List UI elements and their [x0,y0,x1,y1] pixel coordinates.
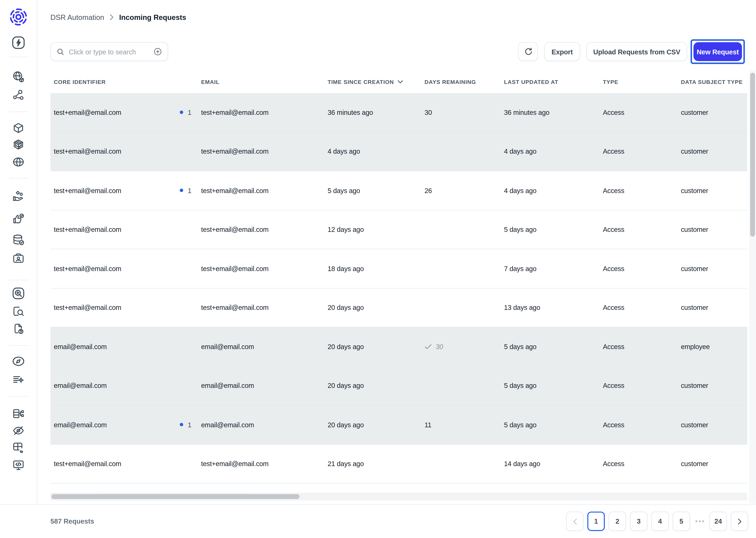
column-header-days-remaining[interactable]: DAYS REMAINING [421,79,501,85]
cell-email: email@email.com [198,327,324,366]
sort-descending-icon [397,80,403,84]
unread-badge: 1 [180,187,191,194]
sidebar-divider [9,396,28,397]
page-button-3[interactable]: 3 [630,511,647,531]
table-body: test+email@email.com 1 test+email@email.… [50,93,747,484]
footer: 587 Requests 1 2 3 4 5 24 [0,504,756,538]
cell-days-remaining [421,445,501,483]
table-row[interactable]: test+email@email.com test+email@email.co… [50,445,747,483]
upload-requests-button[interactable]: Upload Requests from CSV [586,42,687,61]
page-button-2[interactable]: 2 [609,511,626,531]
sidebar [0,0,37,504]
cell-type: Access [599,366,678,405]
add-filter-icon[interactable] [154,47,162,56]
unread-dot-icon [180,111,183,114]
cube-icon[interactable] [12,122,25,134]
monitor-code-icon[interactable] [12,459,25,471]
rubik-cube-icon[interactable] [12,138,25,151]
cell-email: test+email@email.com [198,93,324,132]
cell-days-remaining [421,288,501,327]
previous-page-button[interactable] [566,511,584,531]
cell-last-updated-at: 5 days ago [501,327,599,366]
cell-time-since-creation: 20 days ago [324,327,421,366]
cell-core-identifier: test+email@email.com 1 [50,171,198,210]
cell-type: Access [599,171,678,210]
column-header-type[interactable]: TYPE [599,79,678,85]
cell-last-updated-at: 7 days ago [501,249,599,288]
horizontal-scrollbar-thumb[interactable] [51,494,300,499]
cell-time-since-creation: 12 days ago [324,210,421,249]
vertical-scrollbar-thumb[interactable] [750,73,755,237]
refresh-button[interactable] [518,42,538,61]
document-magnifier-icon[interactable] [12,305,25,318]
cell-core-identifier: email@email.com [50,366,198,405]
hand-offering-icon[interactable] [12,189,25,202]
cell-core-identifier: test+email@email.com 1 [50,93,198,132]
cell-data-subject-type: customer [678,171,747,210]
unread-count: 1 [188,421,192,428]
column-header-core-identifier[interactable]: CORE IDENTIFIER [50,79,198,85]
table-row[interactable]: test+email@email.com test+email@email.co… [50,249,747,288]
toolbar: Export Upload Requests from CSV New Requ… [518,42,742,61]
table-row[interactable]: email@email.com 1 email@email.com 20 day… [50,405,747,445]
main-content: DSR Automation Incoming Requests Click o… [37,0,756,504]
logo-icon[interactable] [9,7,28,27]
breadcrumb-section[interactable]: DSR Automation [50,13,104,21]
cell-last-updated-at: 5 days ago [501,366,599,405]
globe-cube-icon[interactable] [12,70,25,83]
network-nodes-icon[interactable] [12,89,25,101]
unread-badge: 1 [180,421,191,428]
cell-days-remaining [421,366,501,405]
table-row[interactable]: test+email@email.com test+email@email.co… [50,132,747,171]
database-check-icon[interactable] [12,234,25,246]
cell-time-since-creation: 20 days ago [324,288,421,327]
compass-icon[interactable] [12,354,25,368]
cell-last-updated-at: 36 minutes ago [501,93,599,132]
cell-data-subject-type: customer [678,288,747,327]
column-header-email[interactable]: EMAIL [198,79,324,85]
next-page-button[interactable] [731,511,748,531]
eye-slash-icon[interactable] [12,424,25,437]
total-requests-count: 587 Requests [50,517,94,525]
vertical-scrollbar[interactable] [749,70,756,504]
cell-core-identifier: test+email@email.com [50,288,198,327]
chevron-left-icon [573,518,577,524]
list-sparkle-icon[interactable] [12,373,25,386]
table-row[interactable]: test+email@email.com 1 test+email@email.… [50,171,747,210]
document-question-icon[interactable] [12,322,25,335]
search-input[interactable]: Click or type to search [50,42,168,61]
thumbs-up-check-icon[interactable] [12,212,25,225]
table-flow-icon[interactable] [12,407,25,420]
export-button[interactable]: Export [544,42,580,61]
cell-time-since-creation: 18 days ago [324,249,421,288]
page-button-4[interactable]: 4 [651,511,669,531]
unread-count: 1 [188,109,192,116]
page-button-1[interactable]: 1 [587,511,605,531]
unread-badge: 1 [180,109,191,116]
table-row[interactable]: test+email@email.com test+email@email.co… [50,288,747,327]
id-card-icon[interactable] [12,252,25,265]
cell-type: Access [599,210,678,249]
page-button-last[interactable]: 24 [710,511,727,531]
cell-days-remaining [421,132,501,171]
lightning-icon[interactable] [11,35,26,50]
globe-meridians-icon[interactable] [12,156,25,168]
sidebar-divider [9,345,28,346]
cell-core-identifier: test+email@email.com [50,210,198,249]
table-row[interactable]: test+email@email.com test+email@email.co… [50,210,747,249]
page-button-5[interactable]: 5 [673,511,690,531]
cell-email: email@email.com [198,366,324,405]
new-request-button[interactable]: New Request [693,42,742,61]
column-header-last-updated-at[interactable]: LAST UPDATED AT [501,79,599,85]
table-row[interactable]: email@email.com email@email.com 20 days … [50,327,747,366]
column-header-data-subject-type[interactable]: DATA SUBJECT TYPE [678,79,747,85]
table-row[interactable]: email@email.com email@email.com 20 days … [50,366,747,405]
grid-pencil-icon[interactable] [12,441,25,454]
cell-email: test+email@email.com [198,249,324,288]
cell-time-since-creation: 21 days ago [324,445,421,483]
horizontal-scrollbar[interactable] [50,493,747,500]
cell-email: test+email@email.com [198,171,324,210]
column-header-time-since-creation[interactable]: TIME SINCE CREATION [324,79,421,85]
table-row[interactable]: test+email@email.com 1 test+email@email.… [50,93,747,132]
magnifier-plus-icon[interactable] [12,287,25,300]
